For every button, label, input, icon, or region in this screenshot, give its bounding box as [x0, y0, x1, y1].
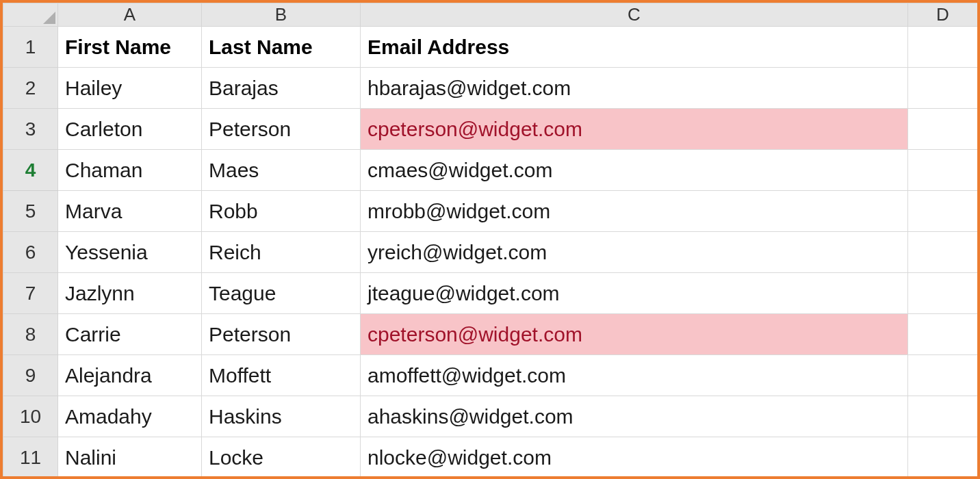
cell-c[interactable]: nlocke@widget.com: [361, 437, 908, 477]
cell-d[interactable]: [908, 191, 978, 232]
table-row: 3CarletonPetersoncpeterson@widget.com: [3, 109, 978, 150]
table-row: 6YesseniaReichyreich@widget.com: [3, 232, 978, 273]
grid-table: A B C D 1First NameLast NameEmail Addres…: [3, 3, 977, 476]
column-header-a[interactable]: A: [58, 3, 202, 27]
cell-b[interactable]: Moffett: [202, 355, 361, 396]
cell-d[interactable]: [908, 396, 978, 437]
cell-a[interactable]: Yessenia: [58, 232, 202, 273]
table-row: 5MarvaRobbmrobb@widget.com: [3, 191, 978, 232]
cell-a[interactable]: Hailey: [58, 68, 202, 109]
column-header-row: A B C D: [3, 3, 978, 27]
select-all-corner[interactable]: [3, 3, 58, 27]
app-frame: A B C D 1First NameLast NameEmail Addres…: [0, 0, 980, 479]
table-row: 4ChamanMaescmaes@widget.com: [3, 150, 978, 191]
cell-d[interactable]: [908, 355, 978, 396]
cell-a[interactable]: First Name: [58, 27, 202, 68]
row-header[interactable]: 3: [3, 109, 58, 150]
row-header[interactable]: 9: [3, 355, 58, 396]
table-row: 11NaliniLockenlocke@widget.com: [3, 437, 978, 477]
cell-c[interactable]: hbarajas@widget.com: [361, 68, 908, 109]
column-header-d[interactable]: D: [908, 3, 978, 27]
column-header-c[interactable]: C: [361, 3, 908, 27]
cell-c[interactable]: cpeterson@widget.com: [361, 109, 908, 150]
cell-d[interactable]: [908, 314, 978, 355]
cell-c[interactable]: Email Address: [361, 27, 908, 68]
cell-b[interactable]: Peterson: [202, 314, 361, 355]
table-row: 2HaileyBarajashbarajas@widget.com: [3, 68, 978, 109]
cell-b[interactable]: Teague: [202, 273, 361, 314]
cell-c[interactable]: yreich@widget.com: [361, 232, 908, 273]
cell-a[interactable]: Carleton: [58, 109, 202, 150]
select-all-triangle-icon: [43, 12, 55, 24]
cell-d[interactable]: [908, 273, 978, 314]
column-header-b[interactable]: B: [202, 3, 361, 27]
grid-body: 1First NameLast NameEmail Address2Hailey…: [3, 27, 978, 477]
row-header[interactable]: 2: [3, 68, 58, 109]
spreadsheet[interactable]: A B C D 1First NameLast NameEmail Addres…: [3, 3, 977, 476]
cell-c[interactable]: amoffett@widget.com: [361, 355, 908, 396]
cell-b[interactable]: Haskins: [202, 396, 361, 437]
cell-a[interactable]: Nalini: [58, 437, 202, 477]
table-row: 7JazlynnTeaguejteague@widget.com: [3, 273, 978, 314]
cell-c[interactable]: mrobb@widget.com: [361, 191, 908, 232]
table-row: 1First NameLast NameEmail Address: [3, 27, 978, 68]
cell-a[interactable]: Amadahy: [58, 396, 202, 437]
cell-a[interactable]: Marva: [58, 191, 202, 232]
table-row: 8CarriePetersoncpeterson@widget.com: [3, 314, 978, 355]
row-header[interactable]: 11: [3, 437, 58, 477]
cell-a[interactable]: Alejandra: [58, 355, 202, 396]
cell-b[interactable]: Locke: [202, 437, 361, 477]
svg-marker-0: [43, 12, 55, 24]
cell-d[interactable]: [908, 27, 978, 68]
cell-c[interactable]: ahaskins@widget.com: [361, 396, 908, 437]
cell-c[interactable]: jteague@widget.com: [361, 273, 908, 314]
cell-a[interactable]: Carrie: [58, 314, 202, 355]
cell-b[interactable]: Peterson: [202, 109, 361, 150]
cell-c[interactable]: cpeterson@widget.com: [361, 314, 908, 355]
cell-d[interactable]: [908, 232, 978, 273]
cell-b[interactable]: Reich: [202, 232, 361, 273]
table-row: 10AmadahyHaskinsahaskins@widget.com: [3, 396, 978, 437]
row-header[interactable]: 4: [3, 150, 58, 191]
table-row: 9AlejandraMoffettamoffett@widget.com: [3, 355, 978, 396]
cell-b[interactable]: Barajas: [202, 68, 361, 109]
row-header[interactable]: 10: [3, 396, 58, 437]
cell-b[interactable]: Maes: [202, 150, 361, 191]
row-header[interactable]: 1: [3, 27, 58, 68]
cell-a[interactable]: Chaman: [58, 150, 202, 191]
row-header[interactable]: 7: [3, 273, 58, 314]
cell-b[interactable]: Robb: [202, 191, 361, 232]
cell-a[interactable]: Jazlynn: [58, 273, 202, 314]
cell-d[interactable]: [908, 150, 978, 191]
cell-b[interactable]: Last Name: [202, 27, 361, 68]
row-header[interactable]: 8: [3, 314, 58, 355]
cell-d[interactable]: [908, 68, 978, 109]
row-header[interactable]: 6: [3, 232, 58, 273]
cell-d[interactable]: [908, 109, 978, 150]
row-header[interactable]: 5: [3, 191, 58, 232]
cell-c[interactable]: cmaes@widget.com: [361, 150, 908, 191]
cell-d[interactable]: [908, 437, 978, 477]
